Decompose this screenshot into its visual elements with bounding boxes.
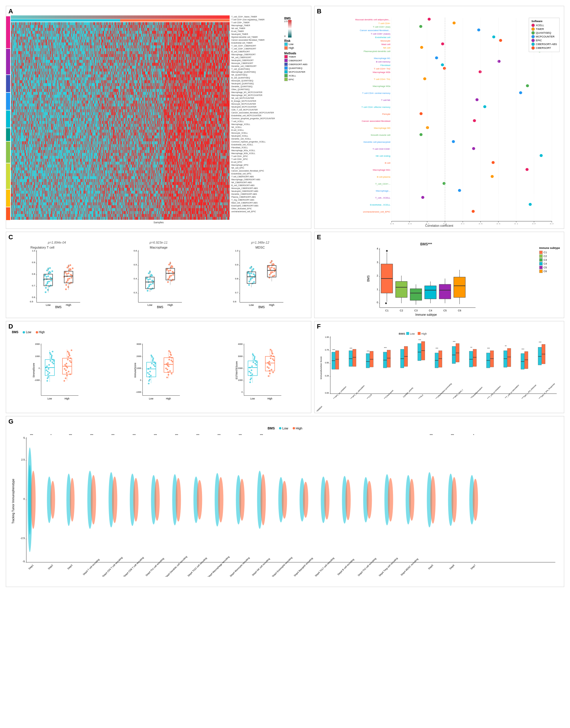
bms-gradient (288, 20, 292, 37)
svg-point-364 (170, 354, 172, 356)
bms-mid: 0 (284, 35, 287, 37)
svg-text:1: 1 (377, 288, 378, 291)
svg-text:Step4 Th17 cell recruiting: Step4 Th17 cell recruiting (314, 557, 335, 577)
svg-point-22 (46, 269, 48, 271)
svg-text:Step4 Th1 cell recruiting: Step4 Th1 cell recruiting (145, 557, 165, 577)
svg-point-191 (269, 267, 271, 269)
svg-point-24 (44, 275, 46, 276)
svg-text:0.3: 0.3 (133, 291, 137, 294)
svg-text:C2: C2 (400, 309, 403, 312)
svg-point-342 (151, 355, 152, 356)
svg-point-404 (249, 382, 251, 383)
svg-point-35 (51, 270, 53, 272)
svg-text:CCR: CCR (368, 393, 372, 398)
svg-point-602 (218, 477, 224, 522)
svg-text:MDSC: MDSC (256, 246, 265, 249)
side-bar-bcell (6, 110, 10, 128)
svg-point-548 (279, 427, 281, 429)
svg-text:0: 0 (23, 497, 25, 500)
panel-D-label: D (8, 323, 13, 330)
svg-point-598 (197, 480, 202, 519)
svg-point-98 (148, 285, 150, 287)
svg-text:***: *** (451, 434, 454, 436)
svg-point-359 (168, 371, 169, 373)
svg-text:Step4 T cell recruiting: Step4 T cell recruiting (82, 558, 100, 576)
svg-point-356 (171, 359, 172, 361)
svg-text:Type_II_IFN_Response: Type_II_IFN_Response (540, 383, 555, 398)
svg-text:***: *** (436, 347, 438, 350)
svg-text:***: *** (418, 339, 421, 341)
panel-F: F BMS Low High 1.00 0.75 0.50 0.25 0.00 (314, 321, 564, 413)
svg-text:0.9: 0.9 (235, 263, 239, 266)
svg-text:Parainflammation: Parainflammation (471, 386, 483, 398)
side-bar-stromal (6, 190, 10, 207)
svg-point-345 (148, 380, 150, 382)
svg-point-18 (45, 284, 47, 286)
svg-point-57 (70, 269, 71, 271)
svg-point-392 (251, 370, 252, 371)
svg-text:2.5: 2.5 (21, 458, 25, 461)
svg-point-625 (367, 481, 372, 519)
svg-point-343 (150, 375, 152, 377)
svg-point-21 (50, 280, 52, 281)
svg-point-362 (172, 361, 173, 362)
svg-text:0.8: 0.8 (32, 273, 35, 275)
svg-point-302 (68, 371, 69, 373)
svg-text:Step6: Step6 (449, 564, 455, 570)
violin-2: Macrophage 0.6 0.5 0.4 0.3 (109, 244, 208, 308)
side-bar-nk (6, 75, 10, 92)
heatmap-canvas (11, 22, 230, 220)
risk-high-swatch (284, 46, 288, 50)
svg-text:-1000: -1000 (136, 391, 141, 393)
svg-text:0: 0 (242, 391, 243, 393)
bms-legend-title: BMS (284, 17, 309, 20)
svg-text:BMS: BMS (258, 305, 265, 308)
svg-point-271 (53, 363, 54, 365)
immune-score-plot: 3000 2000 1000 0 -1000 ImmuneScore (109, 339, 208, 404)
svg-point-400 (249, 371, 250, 373)
svg-point-51 (71, 277, 72, 278)
svg-text:**: ** (505, 345, 507, 347)
svg-point-265 (51, 361, 53, 363)
svg-rect-490 (439, 350, 442, 367)
svg-text:***: *** (260, 434, 263, 436)
svg-point-166 (249, 273, 251, 274)
svg-point-33 (47, 289, 49, 291)
svg-point-327 (150, 367, 152, 369)
svg-point-121 (166, 269, 168, 271)
svg-rect-500 (473, 349, 477, 366)
svg-text:Step4 Eosinophil recruiting: Step4 Eosinophil recruiting (271, 556, 293, 577)
svg-point-296 (64, 368, 65, 370)
svg-point-590 (155, 479, 160, 521)
svg-text:Step4 Basophil recruiting: Step4 Basophil recruiting (293, 557, 313, 577)
svg-point-58 (65, 284, 67, 286)
svg-point-643 (473, 479, 478, 521)
svg-point-594 (176, 478, 181, 522)
svg-point-393 (254, 356, 256, 358)
svg-text:***: *** (522, 348, 524, 350)
svg-text:Regulatory T cell: Regulatory T cell (30, 246, 54, 249)
svg-text:***: *** (90, 434, 93, 436)
svg-text:Low: Low (149, 398, 153, 400)
svg-text:0: 0 (140, 379, 141, 382)
svg-point-61 (66, 273, 68, 275)
panel-C-label: C (8, 233, 13, 241)
svg-rect-508 (504, 350, 507, 367)
svg-text:***: *** (217, 434, 221, 436)
side-bar-other (6, 207, 10, 220)
svg-point-270 (46, 370, 47, 371)
svg-point-360 (170, 351, 171, 353)
svg-text:**: ** (470, 346, 472, 349)
svg-point-26 (46, 283, 48, 284)
svg-point-365 (166, 377, 168, 378)
svg-text:***: *** (539, 341, 541, 344)
svg-text:Step4 B cell recruiting: Step4 B cell recruiting (337, 558, 355, 576)
panel-A: A (6, 6, 311, 229)
heatmap-area (11, 15, 230, 221)
svg-point-330 (152, 357, 154, 359)
svg-point-273 (51, 356, 53, 358)
svg-rect-220 (395, 281, 407, 297)
svg-point-329 (149, 371, 151, 373)
svg-point-153 (249, 281, 250, 282)
immune-svg: 3000 2000 1000 0 -1000 ImmuneScore (109, 339, 208, 404)
